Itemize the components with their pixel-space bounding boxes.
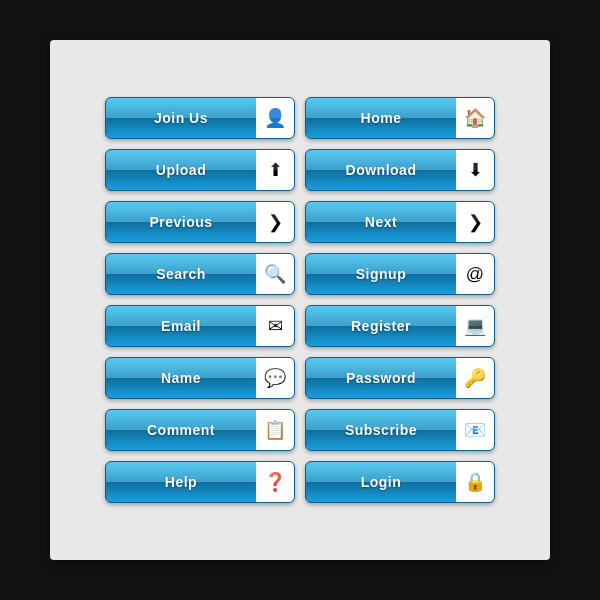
name-label: Name	[106, 370, 256, 386]
comment-button[interactable]: Comment📋	[105, 409, 295, 451]
join-us-icon: 👤	[256, 97, 294, 139]
name-button[interactable]: Name💬	[105, 357, 295, 399]
search-icon: 🔍	[256, 253, 294, 295]
search-label: Search	[106, 266, 256, 282]
card: Join Us👤Home🏠Upload⬆Download⬇Previous❯Ne…	[50, 40, 550, 560]
download-button[interactable]: Download⬇	[305, 149, 495, 191]
upload-icon: ⬆	[256, 149, 294, 191]
subscribe-label: Subscribe	[306, 422, 456, 438]
password-label: Password	[306, 370, 456, 386]
login-button[interactable]: Login🔒	[305, 461, 495, 503]
name-icon: 💬	[256, 357, 294, 399]
next-button[interactable]: Next❯	[305, 201, 495, 243]
register-icon: 💻	[456, 305, 494, 347]
signup-label: Signup	[306, 266, 456, 282]
home-label: Home	[306, 110, 456, 126]
subscribe-button[interactable]: Subscribe📧	[305, 409, 495, 451]
help-button[interactable]: Help❓	[105, 461, 295, 503]
download-label: Download	[306, 162, 456, 178]
button-grid: Join Us👤Home🏠Upload⬆Download⬇Previous❯Ne…	[85, 77, 515, 523]
comment-icon: 📋	[256, 409, 294, 451]
help-label: Help	[106, 474, 256, 490]
previous-label: Previous	[106, 214, 256, 230]
password-button[interactable]: Password🔑	[305, 357, 495, 399]
upload-label: Upload	[106, 162, 256, 178]
join-us-label: Join Us	[106, 110, 256, 126]
password-icon: 🔑	[456, 357, 494, 399]
register-button[interactable]: Register💻	[305, 305, 495, 347]
subscribe-icon: 📧	[456, 409, 494, 451]
login-label: Login	[306, 474, 456, 490]
signup-button[interactable]: Signup@	[305, 253, 495, 295]
home-button[interactable]: Home🏠	[305, 97, 495, 139]
download-icon: ⬇	[456, 149, 494, 191]
email-label: Email	[106, 318, 256, 334]
previous-button[interactable]: Previous❯	[105, 201, 295, 243]
home-icon: 🏠	[456, 97, 494, 139]
email-button[interactable]: Email✉	[105, 305, 295, 347]
signup-icon: @	[456, 253, 494, 295]
register-label: Register	[306, 318, 456, 334]
join-us-button[interactable]: Join Us👤	[105, 97, 295, 139]
help-icon: ❓	[256, 461, 294, 503]
previous-icon: ❯	[256, 201, 294, 243]
search-button[interactable]: Search🔍	[105, 253, 295, 295]
login-icon: 🔒	[456, 461, 494, 503]
next-label: Next	[306, 214, 456, 230]
upload-button[interactable]: Upload⬆	[105, 149, 295, 191]
comment-label: Comment	[106, 422, 256, 438]
next-icon: ❯	[456, 201, 494, 243]
email-icon: ✉	[256, 305, 294, 347]
